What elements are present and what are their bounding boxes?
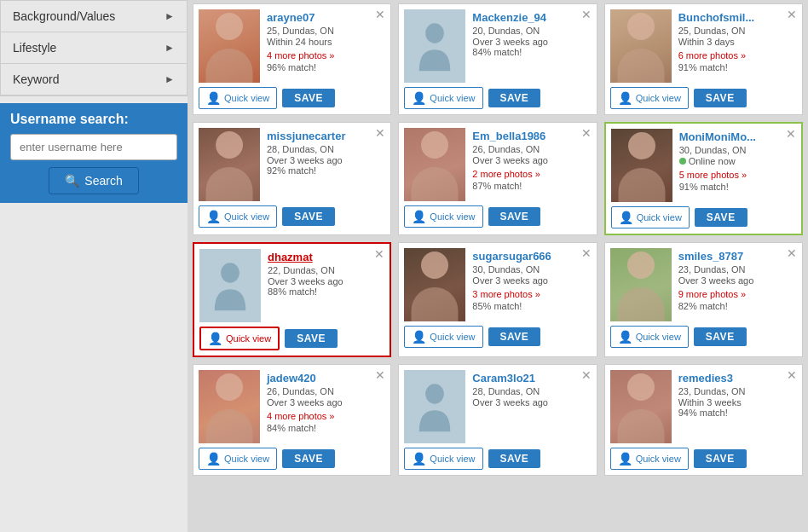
quick-view-button[interactable]: 👤 Quick view: [199, 448, 277, 470]
close-icon[interactable]: ✕: [375, 126, 385, 140]
online-status: Online now: [689, 156, 736, 166]
more-photos-link[interactable]: 9 more photos »: [678, 289, 747, 299]
save-button[interactable]: SAVE: [488, 89, 541, 107]
profile-info: jadew420 26, Dundas, ON Over 3 weeks ago…: [267, 370, 385, 433]
profile-info: remedies3 23, Dundas, ON Within 3 weeks …: [678, 370, 797, 418]
last-active: Over 3 weeks ago: [472, 275, 591, 286]
profile-card: ✕ Em_bella1986 26, Dundas, ON Over 3 wee…: [398, 122, 597, 235]
search-button-label: Search: [84, 174, 122, 188]
close-icon[interactable]: ✕: [375, 8, 385, 21]
sidebar-menu: Background/Values ► Lifestyle ► Keyword …: [0, 0, 188, 96]
save-button[interactable]: SAVE: [488, 207, 541, 226]
quick-view-button[interactable]: 👤 Quick view: [404, 448, 482, 470]
profile-username[interactable]: arayne07: [267, 11, 315, 24]
quick-view-button[interactable]: 👤 Quick view: [404, 205, 482, 228]
profile-photo: [610, 248, 672, 321]
quick-view-button[interactable]: 👤 Quick view: [610, 87, 689, 109]
person-icon: 👤: [208, 332, 222, 345]
person-icon: 👤: [206, 452, 221, 466]
username-search-section: Username search: 🔍 Search: [0, 103, 188, 203]
more-photos-link[interactable]: 3 more photos »: [472, 289, 540, 299]
save-button[interactable]: SAVE: [694, 449, 747, 468]
save-button[interactable]: SAVE: [694, 89, 747, 107]
person-icon: 👤: [618, 91, 632, 105]
save-button[interactable]: SAVE: [488, 449, 541, 468]
quick-view-button[interactable]: 👤 Quick view: [611, 206, 690, 228]
more-photos-link[interactable]: 4 more photos »: [267, 411, 335, 421]
profile-username[interactable]: Em_bella1986: [472, 130, 545, 142]
profile-username[interactable]: Bunchofsmil...: [678, 11, 755, 24]
last-active: Within 3 days: [678, 37, 797, 47]
profile-info: dhazmat 22, Dundas, ON Over 3 weeks ago …: [268, 249, 384, 297]
quick-view-button[interactable]: 👤 Quick view: [610, 448, 689, 470]
profile-username[interactable]: smiles_8787: [678, 250, 744, 263]
chevron-right-icon: ►: [164, 42, 175, 54]
profile-age-location: 23, Dundas, ON: [678, 264, 797, 275]
sidebar-item-background[interactable]: Background/Values ►: [1, 1, 187, 32]
save-button[interactable]: SAVE: [694, 327, 747, 346]
search-button[interactable]: 🔍 Search: [49, 167, 138, 194]
save-button[interactable]: SAVE: [488, 327, 541, 346]
save-button[interactable]: SAVE: [282, 89, 335, 107]
save-button[interactable]: SAVE: [282, 449, 335, 468]
more-photos-link[interactable]: 2 more photos »: [472, 169, 540, 179]
svg-point-0: [425, 23, 444, 43]
profile-photo: [610, 370, 672, 443]
quick-view-button[interactable]: 👤 Quick view: [610, 326, 689, 348]
profile-age-location: 23, Dundas, ON: [678, 386, 797, 396]
profile-info: smiles_8787 23, Dundas, ON Over 3 weeks …: [678, 248, 797, 311]
person-icon: 👤: [206, 210, 221, 223]
close-icon[interactable]: ✕: [581, 368, 592, 382]
profile-photo: [404, 370, 465, 443]
profile-card: ✕ Mackenzie_94 20, Dundas, ON Over 3 wee…: [398, 3, 597, 115]
save-button[interactable]: SAVE: [695, 208, 747, 227]
profile-username[interactable]: missjunecarter: [267, 130, 346, 142]
more-photos-link[interactable]: 6 more photos »: [678, 50, 747, 61]
quick-view-button[interactable]: 👤 Quick view: [404, 326, 482, 348]
close-icon[interactable]: ✕: [581, 8, 592, 21]
close-icon[interactable]: ✕: [787, 368, 797, 382]
username-search-title: Username search:: [10, 112, 177, 127]
quick-view-button[interactable]: 👤 Quick view: [404, 87, 482, 109]
last-active: Over 3 weeks ago: [472, 397, 591, 408]
last-active: Over 3 weeks ago: [472, 155, 591, 165]
close-icon[interactable]: ✕: [374, 247, 384, 261]
profile-username[interactable]: MoniMoniMo...: [679, 130, 756, 143]
profile-info: Em_bella1986 26, Dundas, ON Over 3 weeks…: [472, 128, 591, 191]
profile-username[interactable]: jadew420: [267, 372, 316, 385]
profile-username[interactable]: dhazmat: [268, 251, 313, 263]
profile-info: Mackenzie_94 20, Dundas, ON Over 3 weeks…: [472, 9, 591, 57]
sidebar-item-keyword[interactable]: Keyword ►: [1, 64, 187, 95]
more-photos-link[interactable]: 4 more photos »: [267, 50, 335, 61]
more-photos-link[interactable]: 5 more photos »: [679, 170, 747, 180]
username-input[interactable]: [10, 134, 177, 160]
save-button[interactable]: SAVE: [282, 207, 335, 226]
save-button[interactable]: SAVE: [285, 329, 338, 348]
profile-photo: [199, 249, 261, 322]
profile-username[interactable]: sugarsugar666: [472, 250, 551, 263]
profile-username[interactable]: Caram3lo21: [472, 372, 535, 385]
close-icon[interactable]: ✕: [787, 246, 797, 260]
match-percent: 92% match!: [267, 165, 385, 176]
match-percent: 94% match!: [678, 408, 797, 418]
profile-age-location: 26, Dundas, ON: [472, 144, 591, 154]
profile-username[interactable]: Mackenzie_94: [472, 11, 546, 24]
chevron-right-icon: ►: [164, 73, 175, 85]
quick-view-button[interactable]: 👤 Quick view: [199, 327, 280, 350]
profile-age-location: 26, Dundas, ON: [267, 386, 385, 396]
profile-username[interactable]: remedies3: [678, 372, 733, 385]
close-icon[interactable]: ✕: [375, 368, 385, 382]
quick-view-button[interactable]: 👤 Quick view: [199, 205, 277, 228]
profile-photo: [404, 248, 465, 321]
close-icon[interactable]: ✕: [581, 246, 592, 260]
match-percent: 85% match!: [472, 301, 591, 311]
profile-card: ✕ dhazmat 22, Dundas, ON Over 3 weeks ag…: [193, 242, 391, 357]
person-icon: 👤: [412, 452, 426, 466]
close-icon[interactable]: ✕: [786, 127, 796, 141]
sidebar-item-lifestyle[interactable]: Lifestyle ►: [1, 32, 187, 64]
close-icon[interactable]: ✕: [787, 8, 797, 21]
match-percent: 91% match!: [679, 182, 796, 192]
close-icon[interactable]: ✕: [581, 126, 592, 140]
match-percent: 96% match!: [267, 62, 385, 72]
quick-view-button[interactable]: 👤 Quick view: [199, 87, 277, 109]
